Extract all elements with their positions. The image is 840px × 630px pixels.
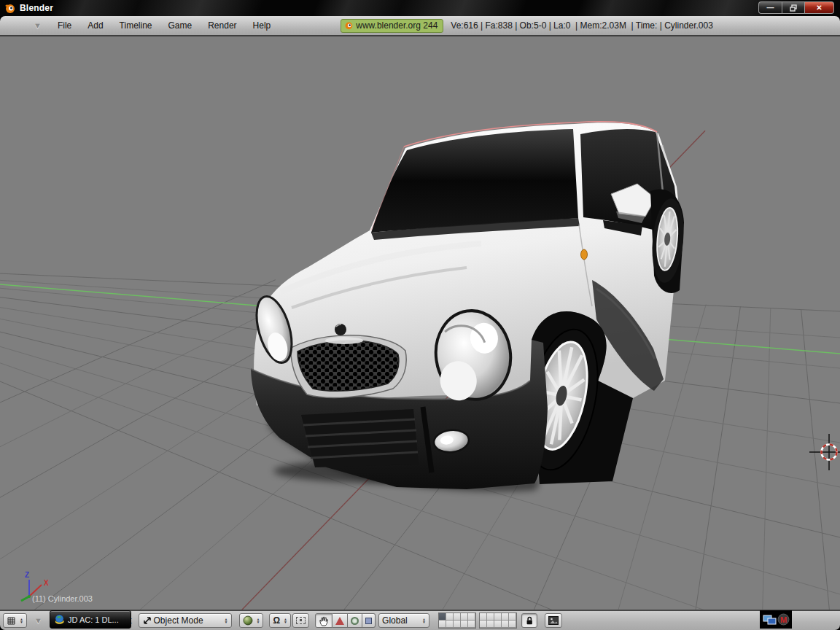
layer-toggle[interactable] xyxy=(487,621,494,628)
side-marker xyxy=(581,249,588,260)
restore-button[interactable] xyxy=(782,1,805,14)
close-button[interactable]: ✕ xyxy=(805,1,834,14)
editor-type-selector[interactable]: ▲▼ xyxy=(3,613,27,628)
minimize-button[interactable]: — xyxy=(758,1,782,14)
window-title: Blender xyxy=(20,3,53,13)
os-tray: M xyxy=(760,610,792,629)
layer-toggle[interactable] xyxy=(494,621,502,628)
menu-game[interactable]: Game xyxy=(168,20,192,31)
header-collapse-icon[interactable]: ▼ xyxy=(34,616,42,625)
translate-triangle-icon xyxy=(335,617,344,625)
manipulator-hand-button[interactable] xyxy=(315,613,332,628)
cursor-3d[interactable] xyxy=(809,434,840,470)
blender-org-badge[interactable]: www.blender.org 244 xyxy=(341,19,443,33)
blender-logo-small-icon xyxy=(344,21,353,30)
lock-icon xyxy=(525,615,534,626)
layer-toggle[interactable] xyxy=(468,613,475,621)
rotate-manipulator-button[interactable] xyxy=(348,613,362,628)
svg-text:M: M xyxy=(779,615,786,624)
render-preview-button[interactable] xyxy=(545,613,562,628)
layer-toggle[interactable] xyxy=(502,613,509,621)
orientation-value: Global xyxy=(382,615,419,626)
layer-toggle[interactable] xyxy=(439,613,446,621)
window-controls: — ✕ xyxy=(758,1,834,14)
layer-toggle[interactable] xyxy=(487,613,494,621)
align-toggle-button[interactable] xyxy=(292,613,309,628)
layer-toggle[interactable] xyxy=(502,621,509,628)
lock-button[interactable] xyxy=(521,613,537,628)
titlebar: Blender — ✕ xyxy=(0,0,840,16)
spinner-icon: ▲▼ xyxy=(284,618,287,624)
os-taskbar-button[interactable]: JD AC: 1 DL... xyxy=(50,610,131,629)
hood-badge xyxy=(335,324,346,335)
rotate-circle-icon xyxy=(351,617,359,625)
scale-manipulator-button[interactable] xyxy=(362,613,376,628)
hand-icon xyxy=(319,615,329,626)
pivot-omega-icon: Ω xyxy=(273,616,280,625)
pivot-dropdown[interactable]: Ω ▲▼ xyxy=(269,613,291,628)
layer-toggle[interactable] xyxy=(454,613,461,621)
layer-toggle[interactable] xyxy=(509,621,516,628)
blender-window: Blender — ✕ ▼ File Add Timeline Game Ren… xyxy=(0,0,840,630)
gizmo-x-label: X xyxy=(44,579,49,587)
layer-toggle[interactable] xyxy=(468,621,475,628)
menubar: ▼ File Add Timeline Game Render Help www… xyxy=(0,16,840,36)
scale-square-icon xyxy=(365,618,372,624)
globe-download-icon xyxy=(54,614,65,625)
mode-arrows-icon xyxy=(142,616,152,625)
menu-timeline[interactable]: Timeline xyxy=(120,20,152,31)
mail-badge-icon[interactable]: M xyxy=(777,613,790,626)
layer-toggle[interactable] xyxy=(454,621,461,628)
layer-toggle[interactable] xyxy=(461,621,468,628)
scene-stats: Ve:616 | Fa:838 | Ob:5-0 | La:0 | Mem:2.… xyxy=(451,20,713,31)
layer-toggle[interactable] xyxy=(446,613,454,621)
menu-render[interactable]: Render xyxy=(208,20,236,31)
editor-type-grid-icon xyxy=(7,616,16,626)
menu-help[interactable]: Help xyxy=(253,20,271,31)
layer-toggle[interactable] xyxy=(494,613,502,621)
menu-collapse-icon[interactable]: ▼ xyxy=(34,21,42,30)
layer-toggle[interactable] xyxy=(446,621,454,628)
viewport-canvas[interactable]: Z X xyxy=(0,36,840,610)
menu-file[interactable]: File xyxy=(58,20,71,31)
spinner-icon: ▲▼ xyxy=(20,618,23,624)
translate-manipulator-button[interactable] xyxy=(332,613,348,628)
car-model[interactable] xyxy=(250,122,687,491)
network-displays-icon[interactable] xyxy=(763,613,777,626)
spinner-icon: ▲▼ xyxy=(257,618,260,624)
viewport-3d[interactable]: Z X (11) Cylinder.003 xyxy=(0,36,840,610)
blender-logo-icon xyxy=(4,3,15,14)
shading-dropdown[interactable]: ▲▼ xyxy=(239,613,264,628)
render-image-icon xyxy=(548,616,559,625)
mode-dropdown-value: Object Mode xyxy=(154,615,221,626)
layer-buttons-group-1 xyxy=(438,612,476,629)
layer-buttons-group-2 xyxy=(479,612,517,629)
align-dots-icon xyxy=(296,617,306,624)
gizmo-z-label: Z xyxy=(25,571,29,579)
layer-toggle[interactable] xyxy=(439,621,446,628)
badge-label: www.blender.org 244 xyxy=(356,20,438,31)
restore-icon xyxy=(790,4,798,12)
shading-sphere-icon xyxy=(243,615,253,626)
spinner-icon: ▲▼ xyxy=(422,618,426,624)
mode-dropdown[interactable]: Object Mode ▲▼ xyxy=(139,613,232,628)
grille xyxy=(291,335,406,398)
active-object-label: (11) Cylinder.003 xyxy=(32,594,93,603)
layer-toggle[interactable] xyxy=(461,613,468,621)
menu-add[interactable]: Add xyxy=(88,20,103,31)
taskbar-button-label: JD AC: 1 DL... xyxy=(68,615,119,624)
spinner-icon: ▲▼ xyxy=(225,618,228,624)
orientation-dropdown[interactable]: Global ▲▼ xyxy=(378,613,429,628)
layer-toggle[interactable] xyxy=(480,621,487,628)
layer-toggle[interactable] xyxy=(480,613,487,621)
layer-toggle[interactable] xyxy=(509,613,516,621)
